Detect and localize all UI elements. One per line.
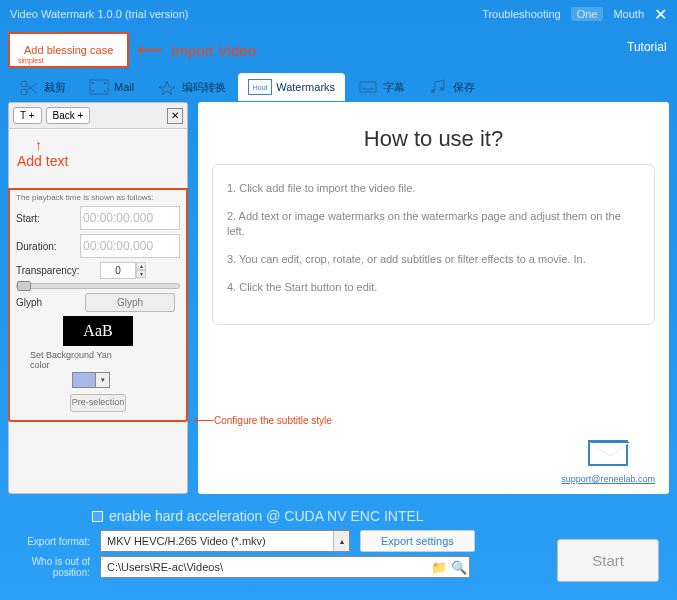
mouth-link[interactable]: Mouth [613, 8, 644, 20]
add-file-button[interactable]: Add blessing case simplest [8, 32, 129, 68]
svg-line-2 [26, 85, 37, 93]
hwaccel-checkbox[interactable] [92, 511, 103, 522]
duration-label: Duration: [16, 241, 76, 252]
playback-hint: The playback time is shown as follows: [16, 194, 180, 202]
tab-watermarks[interactable]: Hout Watermarks [238, 73, 345, 101]
start-button[interactable]: Start [557, 539, 659, 582]
svg-rect-5 [92, 82, 94, 84]
film-icon [88, 78, 110, 96]
export-format-label: Export format: [10, 536, 90, 547]
chevron-up-icon[interactable]: ▴ [333, 531, 349, 551]
output-position-label: Who is out of position: [10, 556, 90, 578]
folder-icon[interactable]: 📁 [429, 560, 449, 575]
glyph-button[interactable]: Glyph [85, 293, 175, 312]
step-4: 4. Click the Start button to edit. [227, 280, 640, 294]
tab-label: Watermarks [276, 81, 335, 93]
tab-label: 编码转换 [182, 80, 226, 95]
bgcolor-picker[interactable]: ▾ [72, 372, 110, 388]
step-1: 1. Click add file to import the video fi… [227, 181, 640, 195]
chevron-down-icon[interactable]: ▾ [95, 373, 109, 387]
svg-point-11 [431, 89, 435, 93]
import-video-label: Import Video [171, 42, 256, 59]
text-add-button[interactable]: T + [13, 107, 42, 124]
svg-line-3 [26, 83, 37, 91]
start-label: Start: [16, 213, 76, 224]
tab-save[interactable]: 保存 [417, 72, 485, 102]
hwaccel-label: enable hard acceleration @ CUDA NV ENC I… [109, 508, 424, 524]
scissors-icon [18, 78, 40, 96]
app-title: Video Watermark 1.0.0 (trial version) [10, 8, 482, 20]
back-button[interactable]: Back + [46, 107, 91, 124]
tab-label: 字幕 [383, 80, 405, 95]
transparency-label: Transparency: [16, 265, 96, 276]
arrow-up-icon: ↑ [35, 137, 179, 153]
font-preview-text: AaB [83, 322, 112, 340]
steps-box: 1. Click add file to import the video fi… [212, 164, 655, 325]
close-icon[interactable]: ✕ [654, 5, 667, 24]
svg-point-0 [21, 81, 27, 87]
how-to-title: How to use it? [198, 126, 669, 152]
tutorial-link[interactable]: Tutorial [627, 40, 667, 54]
add-file-label: Add blessing case [24, 44, 113, 56]
svg-rect-6 [92, 90, 94, 92]
bgcolor-label: Set Background Yan color [30, 350, 120, 370]
music-icon [427, 78, 449, 96]
export-settings-button[interactable]: Export settings [360, 530, 475, 552]
tab-subtitles[interactable]: 字幕 [347, 72, 415, 102]
export-format-select[interactable]: MKV HEVC/H.265 Video (*.mkv) ▴ [100, 530, 350, 552]
subtitle-icon [357, 78, 379, 96]
svg-rect-8 [104, 90, 106, 92]
svg-rect-7 [104, 82, 106, 84]
search-icon[interactable]: 🔍 [449, 560, 469, 575]
tab-crop[interactable]: 裁剪 [8, 72, 76, 102]
support-email-link[interactable]: support@reneelab.com [561, 474, 655, 484]
tab-mail[interactable]: Mail [78, 72, 144, 102]
output-path-input[interactable]: C:\Users\RE-ac\Videos\ [101, 557, 429, 577]
preselection-button[interactable]: Pre-selection [70, 394, 126, 412]
panel-close-icon[interactable]: ✕ [167, 108, 183, 124]
slider-thumb[interactable] [17, 281, 31, 291]
step-3: 3. You can edit, crop, rotate, or add su… [227, 252, 640, 266]
transparency-input[interactable]: 0 [100, 262, 136, 279]
svg-point-12 [440, 87, 444, 91]
tab-label: Mail [114, 81, 134, 93]
svg-point-1 [21, 89, 27, 95]
troubleshooting-link[interactable]: Troubleshooting [482, 8, 560, 20]
duration-input[interactable]: 00:00:00.000 [80, 234, 180, 258]
start-input[interactable]: 00:00:00.000 [80, 206, 180, 230]
step-2: 2. Add text or image watermarks on the w… [227, 209, 640, 238]
tab-label: 裁剪 [44, 80, 66, 95]
glyph-label: Glyph [16, 297, 76, 308]
export-format-value: MKV HEVC/H.265 Video (*.mkv) [101, 531, 333, 551]
add-file-sublabel: simplest [18, 57, 44, 64]
transparency-slider[interactable] [16, 283, 180, 289]
tab-label: 保存 [453, 80, 475, 95]
arrow-left-icon: ⟵ [194, 412, 214, 428]
spin-up-icon[interactable]: ▴ [136, 262, 146, 270]
arrow-left-icon: ⟵ [137, 39, 163, 61]
svg-rect-9 [360, 82, 376, 92]
spin-down-icon[interactable]: ▾ [136, 270, 146, 278]
font-preview: AaB [63, 316, 133, 346]
sparkle-icon [156, 78, 178, 96]
mail-icon [588, 440, 628, 466]
tab-encode[interactable]: 编码转换 [146, 72, 236, 102]
add-text-label: Add text [17, 153, 179, 169]
configure-subtitle-label: Configure the subtitle style [214, 415, 332, 426]
one-badge[interactable]: One [571, 7, 604, 21]
watermark-icon: Hout [248, 79, 272, 95]
